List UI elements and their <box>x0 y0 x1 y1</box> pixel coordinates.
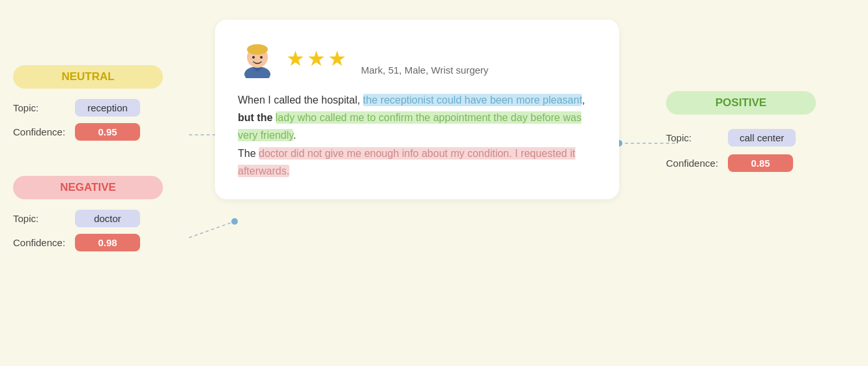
positive-section: POSITIVE Topic: call center Confidence: … <box>666 91 855 172</box>
negative-topic-value: doctor <box>75 210 140 227</box>
neutral-confidence-value: 0.95 <box>75 123 140 141</box>
positive-confidence-row: Confidence: 0.85 <box>666 154 855 172</box>
main-container: NEUTRAL Topic: reception Confidence: 0.9… <box>0 0 868 366</box>
star-rating: ★ ★ ★ <box>286 46 347 71</box>
neutral-label: NEUTRAL <box>13 65 163 89</box>
svg-point-10 <box>252 56 255 59</box>
star-3: ★ <box>328 46 347 71</box>
neutral-topic-label: Topic: <box>13 102 68 113</box>
positive-topic-row: Topic: call center <box>666 129 855 147</box>
neutral-section: NEUTRAL Topic: reception Confidence: 0.9… <box>13 65 202 141</box>
neutral-confidence-label: Confidence: <box>13 126 68 137</box>
negative-confidence-row: Confidence: 0.98 <box>13 234 202 251</box>
review-card: ★ ★ ★ Mark, 51, Male, Wrist surgery When… <box>215 20 619 199</box>
patient-avatar <box>238 39 277 78</box>
text-segment-1: When I called the hospital, <box>238 94 363 106</box>
negative-topic-label: Topic: <box>13 213 68 224</box>
positive-topic-value: call center <box>728 129 796 147</box>
right-panel: POSITIVE Topic: call center Confidence: … <box>666 91 855 172</box>
negative-confidence-value: 0.98 <box>75 234 140 251</box>
text-segment-positive: lady who called me to confirm the appoin… <box>238 111 581 141</box>
neutral-topic-value: reception <box>75 99 140 117</box>
svg-point-11 <box>260 56 263 59</box>
svg-point-9 <box>248 44 267 52</box>
negative-confidence-label: Confidence: <box>13 237 68 248</box>
review-text: When I called the hospital, the receptio… <box>238 91 596 180</box>
left-panel: NEUTRAL Topic: reception Confidence: 0.9… <box>13 65 202 251</box>
svg-point-5 <box>231 218 238 225</box>
text-segment-neutral: the receptionist could have been more pl… <box>363 94 582 106</box>
review-header: ★ ★ ★ Mark, 51, Male, Wrist surgery <box>238 39 596 78</box>
neutral-confidence-row: Confidence: 0.95 <box>13 123 202 141</box>
star-1: ★ <box>286 46 305 71</box>
neutral-topic-row: Topic: reception <box>13 99 202 117</box>
negative-section: NEGATIVE Topic: doctor Confidence: 0.98 <box>13 158 202 251</box>
patient-info: Mark, 51, Male, Wrist surgery <box>361 64 489 78</box>
positive-label: POSITIVE <box>666 91 816 115</box>
positive-confidence-label: Confidence: <box>666 158 721 169</box>
negative-topic-row: Topic: doctor <box>13 210 202 227</box>
star-2: ★ <box>307 46 326 71</box>
positive-topic-label: Topic: <box>666 132 721 143</box>
negative-label: NEGATIVE <box>13 176 163 199</box>
text-segment-negative: doctor did not give me enough info about… <box>238 147 575 177</box>
positive-confidence-value: 0.85 <box>728 154 793 172</box>
